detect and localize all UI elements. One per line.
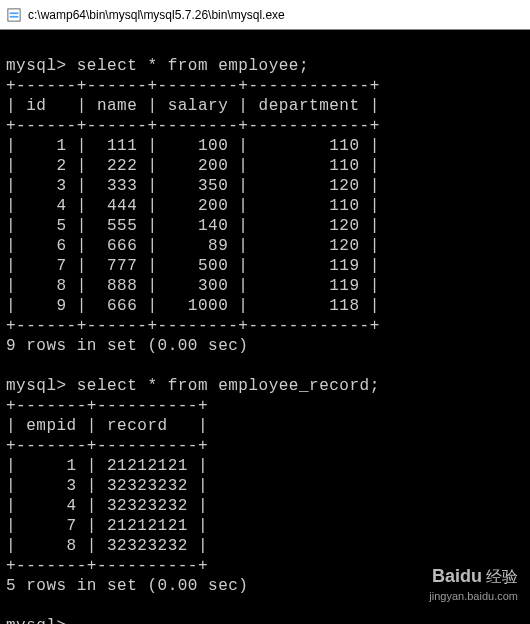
table-row: | 1 | 21212121 | bbox=[6, 457, 208, 475]
prompt: mysql> bbox=[6, 617, 67, 624]
app-icon bbox=[6, 7, 22, 23]
query-1-sql: select * from employee; bbox=[77, 57, 309, 75]
q2-status: 5 rows in set (0.00 sec) bbox=[6, 577, 248, 595]
q2-border: +-------+----------+ bbox=[6, 397, 208, 415]
svg-rect-0 bbox=[8, 8, 20, 20]
table-row: | 6 | 666 | 89 | 120 | bbox=[6, 237, 380, 255]
prompt: mysql> bbox=[6, 57, 67, 75]
table-row: | 3 | 333 | 350 | 120 | bbox=[6, 177, 380, 195]
window-title: c:\wamp64\bin\mysql\mysql5.7.26\bin\mysq… bbox=[28, 8, 285, 22]
table-row: | 8 | 32323232 | bbox=[6, 537, 208, 555]
table-row: | 1 | 111 | 100 | 110 | bbox=[6, 137, 380, 155]
table-row: | 8 | 888 | 300 | 119 | bbox=[6, 277, 380, 295]
prompt: mysql> bbox=[6, 377, 67, 395]
terminal-output[interactable]: mysql> select * from employee; +------+-… bbox=[0, 30, 530, 624]
table-row: | 7 | 777 | 500 | 119 | bbox=[6, 257, 380, 275]
table-row: | 3 | 32323232 | bbox=[6, 477, 208, 495]
q1-border: +------+------+--------+------------+ bbox=[6, 117, 380, 135]
table-row: | 2 | 222 | 200 | 110 | bbox=[6, 157, 380, 175]
svg-rect-2 bbox=[10, 15, 19, 17]
table-row: | 9 | 666 | 1000 | 118 | bbox=[6, 297, 380, 315]
query-2-sql: select * from employee_record; bbox=[77, 377, 380, 395]
q2-border: +-------+----------+ bbox=[6, 557, 208, 575]
q1-header: | id | name | salary | department | bbox=[6, 97, 380, 115]
table-row: | 4 | 32323232 | bbox=[6, 497, 208, 515]
q1-status: 9 rows in set (0.00 sec) bbox=[6, 337, 248, 355]
q1-border: +------+------+--------+------------+ bbox=[6, 317, 380, 335]
q1-border: +------+------+--------+------------+ bbox=[6, 77, 380, 95]
svg-rect-1 bbox=[10, 12, 19, 14]
table-row: | 4 | 444 | 200 | 110 | bbox=[6, 197, 380, 215]
q2-header: | empid | record | bbox=[6, 417, 208, 435]
q2-border: +-------+----------+ bbox=[6, 437, 208, 455]
table-row: | 5 | 555 | 140 | 120 | bbox=[6, 217, 380, 235]
window-title-bar[interactable]: c:\wamp64\bin\mysql\mysql5.7.26\bin\mysq… bbox=[0, 0, 530, 30]
table-row: | 7 | 21212121 | bbox=[6, 517, 208, 535]
